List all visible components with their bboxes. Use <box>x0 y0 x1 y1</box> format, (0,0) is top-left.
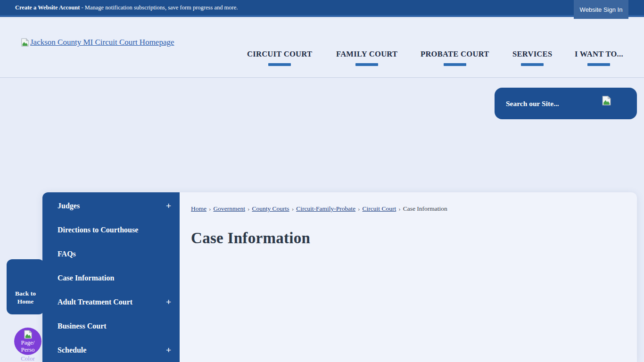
sidebar-item-label: Adult Treatment Court <box>58 298 132 306</box>
breadcrumb-circuit-family-probate[interactable]: Circuit-Family-Probate <box>296 205 355 212</box>
site-logo-link[interactable]: Jackson County MI Circuit Court Homepage <box>21 38 174 47</box>
sidebar-item-judges[interactable]: Judges + <box>42 194 180 218</box>
nav-label: SERVICES <box>512 49 552 59</box>
breadcrumb-government[interactable]: Government <box>214 205 245 212</box>
site-logo-alt-text: Jackson County MI Circuit Court Homepage <box>30 38 174 47</box>
widget-alt-text-line: Perso <box>21 346 35 353</box>
breadcrumb-separator: › <box>292 205 294 212</box>
back-to-home-label-line2: Home <box>17 297 34 306</box>
breadcrumb-county-courts[interactable]: County Courts <box>252 205 289 212</box>
sidebar-item-label: FAQs <box>58 250 76 258</box>
back-to-home-label-line1: Back to <box>15 289 36 298</box>
breadcrumb-home[interactable]: Home <box>191 205 206 212</box>
nav-circuit-court[interactable]: CIRCUIT COURT <box>247 49 312 66</box>
sidebar-item-label: Business Court <box>58 322 107 330</box>
sidebar-item-faqs[interactable]: FAQs <box>42 242 180 266</box>
breadcrumb-separator: › <box>398 205 401 212</box>
nav-underline-bar <box>444 63 466 66</box>
breadcrumb-current: Case Information <box>403 205 447 212</box>
nav-family-court[interactable]: FAMILY COURT <box>336 49 397 66</box>
nav-underline-bar <box>521 63 544 66</box>
plus-expand-icon[interactable]: + <box>166 297 171 307</box>
breadcrumb-separator: › <box>209 205 211 212</box>
create-account-link[interactable]: Create a Website Account - Manage notifi… <box>15 4 238 11</box>
create-account-link-bold[interactable]: Create a Website Account <box>15 4 80 11</box>
sidebar-item-case-information[interactable]: Case Information <box>42 266 180 290</box>
sidebar-item-directions-to-courthouse[interactable]: Directions to Courthouse <box>42 218 180 242</box>
plus-expand-icon[interactable]: + <box>166 201 171 211</box>
header <box>0 19 644 78</box>
sidebar-item-label: Directions to Courthouse <box>58 226 138 234</box>
personalization-circle-button[interactable]: Page/ Perso <box>14 328 41 355</box>
sidebar-item-adult-treatment-court[interactable]: Adult Treatment Court + <box>42 290 180 314</box>
website-sign-in-button[interactable]: Website Sign In <box>574 0 628 19</box>
create-account-tail: - Manage notification subscriptions, sav… <box>80 4 238 11</box>
sidebar-item-label: Judges <box>58 202 80 210</box>
nav-services[interactable]: SERVICES <box>512 49 552 66</box>
page-title: Case Information <box>191 230 310 247</box>
page-personalization-widget[interactable]: Page/ Perso Color <box>14 328 41 362</box>
sidebar-item-business-court[interactable]: Business Court <box>42 314 180 338</box>
search-input[interactable]: Search our Site... <box>506 88 559 119</box>
sidebar-item-label: Schedule <box>58 346 86 354</box>
sidebar-nav: Judges + Directions to Courthouse FAQs C… <box>42 192 180 362</box>
sidebar-item-schedule[interactable]: Schedule + <box>42 338 180 362</box>
widget-alt-text-line: Page/ <box>21 339 35 346</box>
sidebar-item-label: Case Information <box>58 274 114 282</box>
breadcrumb-circuit-court[interactable]: Circuit Court <box>363 205 396 212</box>
nav-label: CIRCUIT COURT <box>247 49 312 59</box>
top-utility-bar: Create a Website Account - Manage notifi… <box>0 0 644 17</box>
search-broken-image-icon[interactable] <box>602 96 611 106</box>
nav-probate-court[interactable]: PROBATE COURT <box>421 49 489 66</box>
broken-image-icon <box>21 38 29 47</box>
breadcrumb-separator: › <box>358 205 360 212</box>
plus-expand-icon[interactable]: + <box>166 345 171 355</box>
nav-i-want-to[interactable]: I WANT TO... <box>575 49 623 66</box>
page-root: { "top_bar": { "account_link_bold": "Cre… <box>0 0 644 362</box>
nav-underline-bar <box>355 63 378 66</box>
widget-alt-text-overflow: Color <box>14 355 41 362</box>
breadcrumb: Home›Government›County Courts›Circuit-Fa… <box>191 205 447 213</box>
breadcrumb-separator: › <box>248 205 250 212</box>
site-search-box[interactable]: Search our Site... <box>495 88 637 119</box>
back-to-home-button[interactable]: Back to Home <box>7 259 44 314</box>
nav-label: I WANT TO... <box>575 49 623 59</box>
widget-broken-image-icon <box>24 330 33 339</box>
nav-label: PROBATE COURT <box>421 49 489 59</box>
nav-label: FAMILY COURT <box>336 49 397 59</box>
nav-underline-bar <box>268 63 291 66</box>
nav-underline-bar <box>587 63 610 66</box>
